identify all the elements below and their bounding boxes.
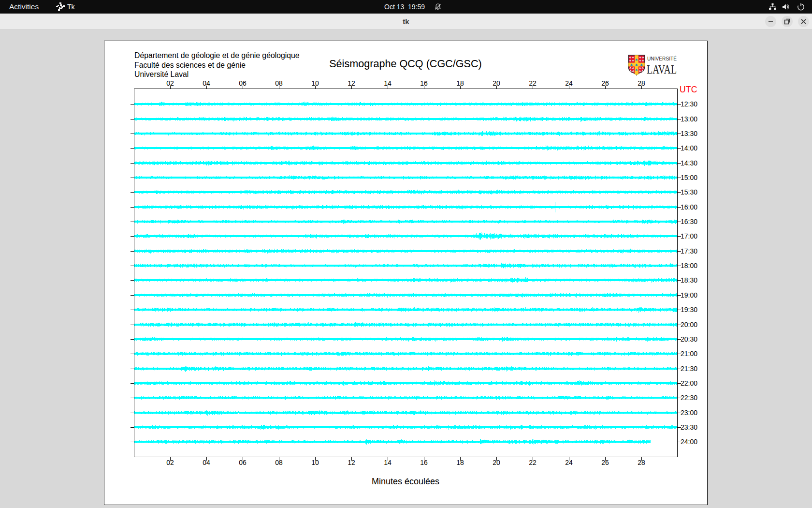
svg-text:LAVAL: LAVAL (647, 62, 677, 76)
svg-text:UNIVERSITÉ: UNIVERSITÉ (647, 56, 677, 61)
